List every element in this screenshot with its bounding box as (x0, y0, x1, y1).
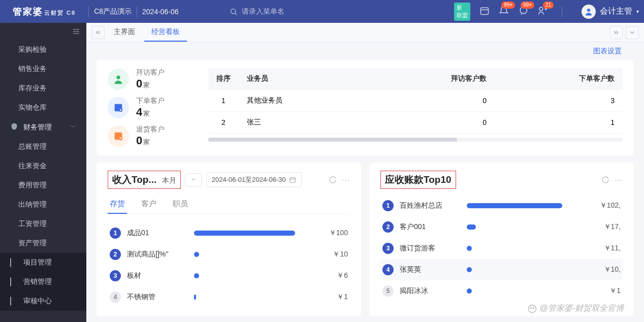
sidebar-item[interactable]: 库存业务 (0, 79, 86, 98)
rank-value: ￥102, (585, 201, 621, 210)
rank-item[interactable]: 1 成品01 ￥100 (108, 222, 350, 244)
sidebar-item-label: 采购检验 (18, 45, 47, 54)
stat-value: 0家 (136, 134, 165, 147)
rank-item[interactable]: 3 板材 ￥6 (108, 265, 350, 286)
table-row[interactable]: 1其他业务员03 (208, 90, 623, 112)
sidebar: 采购检验销售业务库存业务实物仓库财务管理﹀总账管理往来资金费用管理出纳管理工资管… (0, 23, 86, 322)
rank-name: 百姓渔村总店 (400, 201, 461, 210)
rank-name: 成品01 (127, 229, 188, 238)
sidebar-item[interactable]: 采购检验 (0, 40, 86, 59)
rank-number: 3 (382, 243, 394, 254)
rank-item[interactable]: 4 张英英 ￥10, (380, 259, 623, 280)
svg-point-0 (231, 9, 235, 13)
chevron-down-icon: ﹀ (70, 123, 76, 132)
income-top-panel: 收入Top... 本月 2024-06-01至2024-06-30 ⋯ (96, 163, 361, 316)
sidebar-item[interactable]: 财务管理﹀ (0, 117, 86, 137)
rank-number: 2 (382, 221, 394, 233)
promo-icon[interactable]: 新联盟 (454, 3, 470, 21)
stat-icon (108, 69, 129, 90)
rank-number: 1 (110, 228, 121, 239)
period-dropdown[interactable] (185, 173, 202, 187)
column-header: 排序 (208, 68, 239, 90)
tab-dashboard[interactable]: 经营看板 (144, 23, 187, 42)
sidebar-item-label: 销售业务 (18, 65, 47, 74)
rank-value: ￥11, (585, 244, 621, 253)
scrollbar-thumb[interactable] (208, 138, 457, 142)
sidebar-item[interactable]: 总账管理 (0, 137, 86, 156)
stat-label: 拜访客户 (136, 68, 165, 77)
sidebar-item-label: 费用管理 (18, 181, 47, 190)
sidebar-item[interactable]: 费用管理 (0, 176, 86, 195)
bell-icon[interactable]: 99+ (499, 6, 509, 18)
sidebar-item-label: 财务管理 (23, 123, 52, 132)
search-icon (230, 8, 238, 16)
rank-number: 4 (110, 292, 121, 303)
sub-tab[interactable]: 客户 (139, 195, 158, 214)
panel-title: 应收账款Top10 (380, 171, 456, 189)
date-range-picker[interactable]: 2024-06-01至2024-06-30 (206, 172, 302, 187)
column-header: 业务员 (239, 68, 367, 90)
svg-point-5 (587, 9, 590, 12)
rank-name: 张英英 (400, 265, 461, 274)
badge: 21 (543, 2, 554, 9)
rank-item[interactable]: 1 百姓渔村总店 ￥102, (380, 195, 623, 216)
svg-point-9 (116, 76, 120, 79)
chevron-down-icon (190, 176, 197, 182)
tab-more-button[interactable] (626, 26, 639, 39)
sidebar-item[interactable]: 营销管理 (0, 272, 86, 292)
stat-row: 退货客户 0家 (108, 125, 199, 147)
sidebar-item[interactable]: 实物仓库 (0, 98, 86, 117)
rank-item[interactable]: 4 不锈钢管 ￥1 (108, 286, 350, 308)
sidebar-item[interactable]: 资产管理 (0, 234, 86, 253)
rank-value: ￥10, (585, 265, 621, 274)
tab-main[interactable]: 主界面 (107, 23, 142, 42)
rank-number: 5 (382, 285, 394, 297)
sidebar-item[interactable]: 审核中心 (0, 292, 86, 311)
rank-name: 客户001 (400, 222, 461, 232)
more-icon[interactable]: ⋯ (342, 175, 350, 185)
calendar-icon (289, 176, 296, 183)
menu-search[interactable]: 请录入菜单名 (230, 7, 284, 16)
rank-item[interactable]: 3 微订货游客 ￥11, (380, 238, 623, 259)
rank-item[interactable]: 2 客户001 ￥17, (380, 216, 623, 238)
svg-rect-16 (290, 178, 296, 182)
stat-label: 下单客户 (136, 96, 165, 106)
sidebar-item[interactable]: 销售业务 (0, 59, 86, 79)
rank-item[interactable]: 5 揭阳冰冰 ￥1 (380, 280, 623, 302)
collapse-icon (72, 28, 80, 35)
menu-icon (10, 122, 18, 132)
sidebar-item-label: 资产管理 (18, 239, 47, 248)
chart-settings-link[interactable]: 图表设置 (593, 47, 622, 55)
chat-icon[interactable]: 99+ (518, 6, 528, 18)
table-scrollbar[interactable] (208, 138, 623, 142)
rank-bar (194, 273, 306, 278)
chevron-down-icon (629, 29, 636, 36)
cell: 其他业务员 (239, 90, 367, 112)
rank-value: ￥1 (585, 286, 621, 296)
more-icon[interactable]: ⋯ (615, 175, 623, 185)
table-row[interactable]: 2张三01 (208, 112, 623, 134)
sub-tab[interactable]: 职员 (171, 195, 190, 214)
sidebar-item[interactable]: 出纳管理 (0, 195, 86, 214)
calendar-icon[interactable] (479, 6, 490, 18)
rank-number: 2 (110, 249, 121, 260)
sidebar-item-label: 库存业务 (18, 84, 47, 93)
sub-tab[interactable]: 存货 (108, 195, 127, 214)
sidebar-item[interactable]: 工资管理 (0, 214, 86, 234)
refresh-icon[interactable] (329, 176, 337, 184)
rank-item[interactable]: 2 测试商品[]%'' ￥10 (108, 244, 350, 265)
rank-bar (194, 295, 306, 300)
rank-value: ￥17, (585, 222, 621, 232)
user-add-icon[interactable]: 21 (537, 6, 548, 18)
tab-next-button[interactable] (609, 26, 623, 39)
sidebar-collapse-button[interactable] (0, 23, 86, 40)
sidebar-item-label: 实物仓库 (18, 103, 47, 112)
sidebar-item[interactable]: 项目管理 (0, 253, 86, 272)
rank-number: 4 (382, 264, 394, 275)
refresh-icon[interactable] (601, 176, 609, 184)
sidebar-item[interactable]: 往来资金 (0, 156, 86, 176)
tab-prev-button[interactable] (91, 26, 105, 39)
rank-name: 不锈钢管 (127, 293, 188, 302)
user-menu[interactable]: 会计主管 ▾ (582, 5, 639, 19)
svg-line-1 (235, 13, 237, 15)
